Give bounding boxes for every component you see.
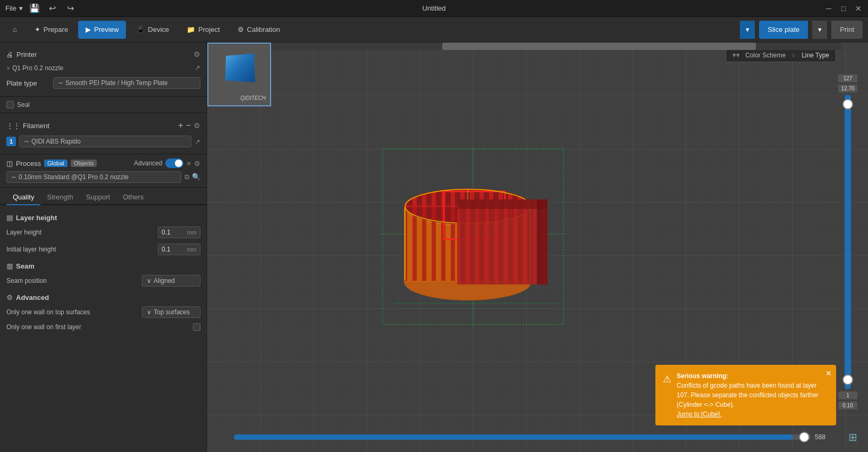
layers-icon[interactable]: ⊞ xyxy=(848,431,857,443)
slice-label: Slice plate xyxy=(768,26,799,34)
process-tag-objects[interactable]: Objects xyxy=(71,160,97,167)
svg-rect-63 xyxy=(537,199,547,284)
one-wall-chevron: ∨ xyxy=(147,308,151,316)
print-button[interactable]: Print xyxy=(831,21,863,39)
seam-group-header: ▥ Seam xyxy=(6,258,200,272)
advanced-toggle[interactable] xyxy=(165,158,183,168)
seam-position-label: Seam position xyxy=(6,277,138,284)
canvas-area: QIDITECH ▾▾ Color Scheme ∨ Line Type 127… xyxy=(207,43,868,452)
settings-icon[interactable]: ⚙ xyxy=(194,160,200,168)
filament-name-text: QIDI ABS Rapido xyxy=(31,138,81,145)
tab-others[interactable]: Others xyxy=(116,190,150,205)
vertical-slider-thumb-top[interactable] xyxy=(842,99,853,110)
undo-icon[interactable]: ↩ xyxy=(46,2,59,15)
warning-content: Serious warning: Conflicts of gcode path… xyxy=(677,371,829,419)
advanced-group-label: Advanced xyxy=(16,294,49,302)
seal-checkbox[interactable] xyxy=(6,101,14,108)
seam-position-select[interactable]: ∨ Aligned xyxy=(142,275,200,287)
preview-icon: ▶ xyxy=(86,26,91,34)
filament-section: ⋮⋮ Filament + − ⚙ 1 ∼ QIDI ABS Rapido ↗ xyxy=(0,113,207,154)
process-section: ◫ Process Global Objects Advanced ≡ ⚙ ∼ xyxy=(0,154,207,188)
project-button[interactable]: 📁 Project xyxy=(179,21,227,39)
slider-bottom-label: 1 xyxy=(838,391,857,399)
slider-layer-height-value: 0.10 xyxy=(840,403,855,408)
process-profile-row: ∼ 0.10mm Standard @Q1 Pro 0.2 nozzle ⧉ 🔍 xyxy=(6,171,200,183)
profile-copy-icon[interactable]: ⧉ xyxy=(184,173,189,181)
warning-icon: ⚠ xyxy=(663,372,671,387)
advanced-group-header: ⚙ Advanced xyxy=(6,289,200,304)
close-button[interactable]: ✕ xyxy=(854,4,863,13)
minimize-button[interactable]: ─ xyxy=(824,4,833,13)
plate-value[interactable]: ∼ Smooth PEI Plate / High Temp Plate xyxy=(53,77,200,89)
layer-height-value: 0.1 xyxy=(162,229,171,236)
printer-name-text: ∨ Q1 Pro 0.2 nozzle xyxy=(6,64,63,72)
vertical-slider-track[interactable] xyxy=(845,95,851,389)
prepare-button[interactable]: ✦ Prepare xyxy=(27,21,75,39)
filament-label: Filament xyxy=(23,122,49,130)
vertical-slider-thumb-bottom[interactable] xyxy=(842,374,853,385)
filament-remove-button[interactable]: − xyxy=(186,121,191,130)
printer-name-row: ∨ Q1 Pro 0.2 nozzle ↗ xyxy=(6,62,200,74)
color-scheme-chevron-icon: ▾▾ xyxy=(732,51,740,59)
thumbnail-object xyxy=(225,54,256,82)
profile-name-text: 0.10mm Standard @Q1 Pro 0.2 nozzle xyxy=(19,173,129,181)
process-header: ◫ Process Global Objects Advanced ≡ ⚙ xyxy=(6,158,200,168)
layer-height-label: Layer height xyxy=(6,229,154,236)
file-menu[interactable]: File ▾ xyxy=(5,4,23,12)
filament-gear-icon[interactable]: ⚙ xyxy=(193,121,200,130)
tab-support[interactable]: Support xyxy=(80,190,117,205)
profile-name-select[interactable]: ∼ 0.10mm Standard @Q1 Pro 0.2 nozzle xyxy=(6,171,181,183)
plate-row: Plate type ∼ Smooth PEI Plate / High Tem… xyxy=(6,74,200,92)
color-scheme-value: Line Type xyxy=(802,52,829,59)
maximize-button[interactable]: □ xyxy=(839,4,848,13)
one-wall-top-select[interactable]: ∨ Top surfaces xyxy=(142,306,200,318)
progress-thumb[interactable] xyxy=(799,432,810,442)
initial-layer-height-input[interactable]: 0.1 mm xyxy=(158,244,200,255)
printer-gear-icon[interactable]: ⚙ xyxy=(193,50,200,58)
left-panel: 🖨 Printer ⚙ ∨ Q1 Pro 0.2 nozzle ↗ Plate … xyxy=(0,43,207,452)
slider-top-subvalue: 12.70 xyxy=(840,86,855,91)
slice-plate-arrow[interactable]: ▾ xyxy=(740,21,755,39)
printer-external-link-icon[interactable]: ↗ xyxy=(195,64,200,72)
home-button[interactable]: ⌂ xyxy=(5,21,24,39)
filament-external-link-icon[interactable]: ↗ xyxy=(195,138,200,146)
titlebar-title: Untitled xyxy=(422,4,445,12)
warning-link[interactable]: Jump to [Cube]. xyxy=(677,411,722,418)
slider-layer-height-label: 0.10 xyxy=(838,401,857,409)
list-icon[interactable]: ≡ xyxy=(187,160,191,168)
device-button[interactable]: 📱 Device xyxy=(129,21,176,39)
redo-icon[interactable]: ↪ xyxy=(64,2,77,15)
one-wall-top-row: Only one wall on top surfaces ∨ Top surf… xyxy=(6,304,200,321)
layer-height-group-icon: ▤ xyxy=(6,214,13,222)
preview-button[interactable]: ▶ Preview xyxy=(78,21,126,39)
prepare-icon: ✦ xyxy=(35,26,40,34)
top-scrollbar[interactable] xyxy=(271,43,841,50)
tab-strength[interactable]: Strength xyxy=(40,190,79,205)
slice-plate-button[interactable]: Slice plate xyxy=(759,21,808,39)
project-icon: 📁 xyxy=(187,26,195,34)
print-label: Print xyxy=(840,26,854,34)
profile-search-icon[interactable]: 🔍 xyxy=(192,173,200,181)
titlebar-left: File ▾ 💾 ↩ ↪ xyxy=(5,2,77,15)
one-wall-first-checkbox[interactable] xyxy=(193,323,200,331)
process-tag-global[interactable]: Global xyxy=(44,160,68,167)
printer-title: Printer xyxy=(16,51,37,58)
right-controls: 127 12.70 1 0.10 xyxy=(837,74,858,409)
warning-close-button[interactable]: ✕ xyxy=(825,368,832,379)
tab-quality[interactable]: Quality xyxy=(6,190,40,205)
filament-name-select[interactable]: ∼ QIDI ABS Rapido xyxy=(19,136,191,147)
filament-add-button[interactable]: + xyxy=(178,121,183,130)
progress-track[interactable] xyxy=(234,434,811,440)
print-arrow[interactable]: ▾ xyxy=(812,21,827,39)
calibration-button[interactable]: ⚙ Calibration xyxy=(230,21,288,39)
plate-value-text: Smooth PEI Plate / High Temp Plate xyxy=(65,79,168,87)
layer-height-input[interactable]: 0.1 mm xyxy=(158,227,200,238)
thumbnail-logo: QIDITECH xyxy=(240,95,266,101)
warning-toast: ⚠ Serious warning: Conflicts of gcode pa… xyxy=(655,365,836,425)
settings-list: ▤ Layer height Layer height 0.1 mm Initi… xyxy=(0,205,207,452)
one-wall-top-label: Only one wall on top surfaces xyxy=(6,308,138,316)
initial-layer-height-row: Initial layer height 0.1 mm xyxy=(6,241,200,258)
printer-icon: 🖨 xyxy=(6,51,13,58)
file-label: File xyxy=(5,4,16,12)
save-icon[interactable]: 💾 xyxy=(28,2,41,15)
